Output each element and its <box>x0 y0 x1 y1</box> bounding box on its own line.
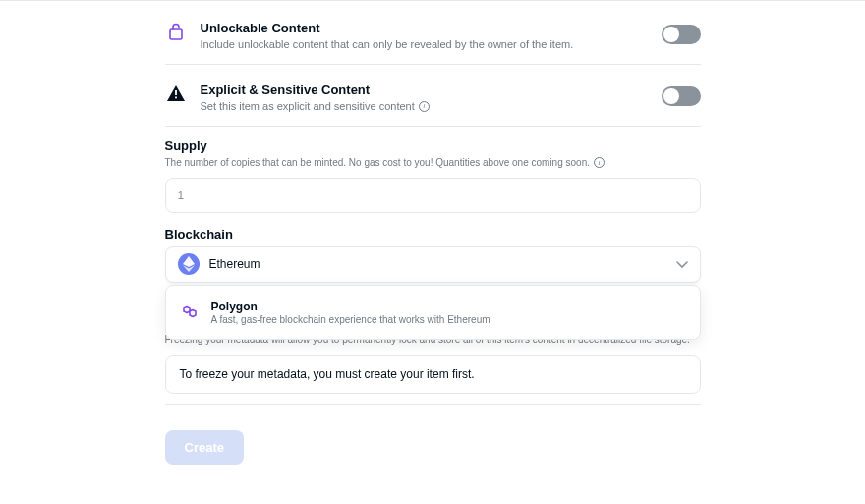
blockchain-section: Blockchain Ethereum <box>165 227 701 465</box>
blockchain-title: Blockchain <box>165 227 701 242</box>
info-icon[interactable]: i <box>419 101 430 112</box>
freeze-metadata-box: To freeze your metadata, you must create… <box>165 355 701 394</box>
warning-icon <box>165 83 187 104</box>
supply-section: Supply The number of copies that can be … <box>165 139 701 213</box>
explicit-title: Explicit & Sensitive Content <box>201 83 648 97</box>
unlockable-title: Unlockable Content <box>201 21 648 35</box>
explicit-toggle[interactable] <box>662 86 701 106</box>
unlockable-content-row: Unlockable Content Include unlockable co… <box>165 15 701 65</box>
ethereum-icon <box>178 253 200 275</box>
create-button[interactable]: Create <box>165 430 244 465</box>
blockchain-option-polygon[interactable]: Polygon A fast, gas-free blockchain expe… <box>166 294 700 331</box>
explicit-content-row: Explicit & Sensitive Content Set this it… <box>165 77 701 127</box>
info-icon[interactable]: i <box>594 157 605 168</box>
svg-rect-2 <box>175 97 177 99</box>
supply-desc: The number of copies that can be minted.… <box>165 157 590 168</box>
polygon-option-title: Polygon <box>211 300 686 313</box>
explicit-desc: Set this item as explicit and sensitive … <box>201 100 415 112</box>
supply-title: Supply <box>165 139 701 153</box>
svg-rect-0 <box>170 29 182 39</box>
blockchain-select[interactable]: Ethereum <box>165 246 701 283</box>
svg-rect-1 <box>175 90 177 95</box>
blockchain-selected-label: Ethereum <box>209 257 260 271</box>
chevron-down-icon <box>676 255 688 273</box>
blockchain-dropdown: Polygon A fast, gas-free blockchain expe… <box>165 285 701 340</box>
polygon-icon <box>180 303 200 322</box>
unlockable-desc: Include unlockable content that can only… <box>201 38 648 50</box>
unlockable-toggle[interactable] <box>662 25 701 44</box>
divider <box>165 404 701 405</box>
polygon-option-desc: A fast, gas-free blockchain experience t… <box>211 314 686 325</box>
supply-input[interactable]: 1 <box>165 178 701 213</box>
lock-icon <box>165 21 187 42</box>
